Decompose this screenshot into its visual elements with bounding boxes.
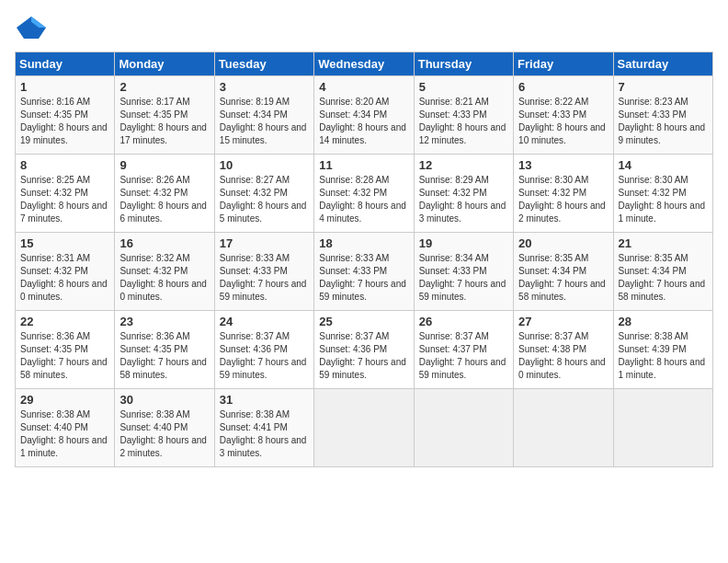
day-number: 27 <box>518 315 608 328</box>
week-row-1: 1Sunrise: 8:16 AMSunset: 4:35 PMDaylight… <box>16 76 713 155</box>
day-number: 4 <box>319 80 408 94</box>
calendar-cell: 23Sunrise: 8:36 AMSunset: 4:35 PMDayligh… <box>115 311 214 389</box>
day-number: 24 <box>220 315 309 328</box>
cell-info: Sunrise: 8:32 AMSunset: 4:32 PMDaylight:… <box>119 253 207 302</box>
weekday-header-thursday: Thursday <box>414 52 513 76</box>
day-number: 25 <box>319 315 408 328</box>
calendar-cell: 27Sunrise: 8:37 AMSunset: 4:38 PMDayligh… <box>514 311 613 389</box>
day-number: 8 <box>20 158 109 172</box>
calendar-cell: 17Sunrise: 8:33 AMSunset: 4:33 PMDayligh… <box>214 233 313 311</box>
calendar-cell: 29Sunrise: 8:38 AMSunset: 4:40 PMDayligh… <box>16 389 115 467</box>
cell-info: Sunrise: 8:19 AMSunset: 4:34 PMDaylight:… <box>220 97 307 145</box>
day-number: 10 <box>220 158 309 172</box>
cell-info: Sunrise: 8:29 AMSunset: 4:32 PMDaylight:… <box>419 175 506 224</box>
day-number: 30 <box>119 393 209 407</box>
calendar-cell: 3Sunrise: 8:19 AMSunset: 4:34 PMDaylight… <box>214 76 313 155</box>
weekday-header-tuesday: Tuesday <box>214 52 313 76</box>
calendar-cell: 24Sunrise: 8:37 AMSunset: 4:36 PMDayligh… <box>214 311 313 389</box>
calendar-cell: 15Sunrise: 8:31 AMSunset: 4:32 PMDayligh… <box>16 233 115 311</box>
day-number: 26 <box>419 315 508 328</box>
cell-info: Sunrise: 8:28 AMSunset: 4:32 PMDaylight:… <box>319 175 406 224</box>
cell-info: Sunrise: 8:35 AMSunset: 4:34 PMDaylight:… <box>619 253 706 302</box>
cell-info: Sunrise: 8:26 AMSunset: 4:32 PMDaylight:… <box>119 175 207 224</box>
calendar-cell: 13Sunrise: 8:30 AMSunset: 4:32 PMDayligh… <box>514 155 613 233</box>
cell-info: Sunrise: 8:35 AMSunset: 4:34 PMDaylight:… <box>518 253 606 302</box>
calendar-cell: 4Sunrise: 8:20 AMSunset: 4:34 PMDaylight… <box>314 76 414 155</box>
calendar-cell: 12Sunrise: 8:29 AMSunset: 4:32 PMDayligh… <box>414 155 513 233</box>
week-row-2: 8Sunrise: 8:25 AMSunset: 4:32 PMDaylight… <box>16 155 713 233</box>
day-number: 18 <box>319 236 408 250</box>
cell-info: Sunrise: 8:31 AMSunset: 4:32 PMDaylight:… <box>20 253 108 302</box>
weekday-header-row: SundayMondayTuesdayWednesdayThursdayFrid… <box>16 52 713 76</box>
calendar-cell <box>613 389 712 467</box>
cell-info: Sunrise: 8:22 AMSunset: 4:33 PMDaylight:… <box>518 97 606 145</box>
cell-info: Sunrise: 8:23 AMSunset: 4:33 PMDaylight:… <box>619 97 706 145</box>
day-number: 9 <box>119 158 209 172</box>
day-number: 15 <box>20 236 109 250</box>
day-number: 29 <box>20 393 109 407</box>
logo <box>15 15 51 40</box>
day-number: 23 <box>119 315 209 328</box>
calendar-cell <box>514 389 613 467</box>
day-number: 12 <box>419 158 508 172</box>
calendar-cell: 2Sunrise: 8:17 AMSunset: 4:35 PMDaylight… <box>115 76 214 155</box>
day-number: 21 <box>619 236 708 250</box>
calendar-cell: 28Sunrise: 8:38 AMSunset: 4:39 PMDayligh… <box>613 311 712 389</box>
calendar-cell: 26Sunrise: 8:37 AMSunset: 4:37 PMDayligh… <box>414 311 513 389</box>
day-number: 28 <box>619 315 708 328</box>
header <box>15 15 713 40</box>
calendar-table: SundayMondayTuesdayWednesdayThursdayFrid… <box>15 52 713 467</box>
day-number: 6 <box>518 80 608 94</box>
weekday-header-sunday: Sunday <box>16 52 115 76</box>
calendar-cell: 1Sunrise: 8:16 AMSunset: 4:35 PMDaylight… <box>16 76 115 155</box>
cell-info: Sunrise: 8:34 AMSunset: 4:33 PMDaylight:… <box>419 253 506 302</box>
calendar-cell: 30Sunrise: 8:38 AMSunset: 4:40 PMDayligh… <box>115 389 214 467</box>
day-number: 11 <box>319 158 408 172</box>
calendar-cell: 19Sunrise: 8:34 AMSunset: 4:33 PMDayligh… <box>414 233 513 311</box>
calendar-cell: 25Sunrise: 8:37 AMSunset: 4:36 PMDayligh… <box>314 311 414 389</box>
day-number: 16 <box>119 236 209 250</box>
cell-info: Sunrise: 8:30 AMSunset: 4:32 PMDaylight:… <box>619 175 706 224</box>
cell-info: Sunrise: 8:38 AMSunset: 4:39 PMDaylight:… <box>619 331 706 380</box>
cell-info: Sunrise: 8:27 AMSunset: 4:32 PMDaylight:… <box>220 175 307 224</box>
calendar-cell: 6Sunrise: 8:22 AMSunset: 4:33 PMDaylight… <box>514 76 613 155</box>
calendar-cell: 31Sunrise: 8:38 AMSunset: 4:41 PMDayligh… <box>214 389 313 467</box>
cell-info: Sunrise: 8:38 AMSunset: 4:40 PMDaylight:… <box>20 409 108 458</box>
weekday-header-friday: Friday <box>514 52 613 76</box>
calendar-cell: 11Sunrise: 8:28 AMSunset: 4:32 PMDayligh… <box>314 155 414 233</box>
calendar-cell: 5Sunrise: 8:21 AMSunset: 4:33 PMDaylight… <box>414 76 513 155</box>
calendar-cell: 21Sunrise: 8:35 AMSunset: 4:34 PMDayligh… <box>613 233 712 311</box>
cell-info: Sunrise: 8:33 AMSunset: 4:33 PMDaylight:… <box>319 253 406 302</box>
day-number: 2 <box>119 80 209 94</box>
day-number: 20 <box>518 236 608 250</box>
day-number: 3 <box>220 80 309 94</box>
calendar-cell: 10Sunrise: 8:27 AMSunset: 4:32 PMDayligh… <box>214 155 313 233</box>
cell-info: Sunrise: 8:37 AMSunset: 4:36 PMDaylight:… <box>319 331 406 380</box>
day-number: 14 <box>619 158 708 172</box>
day-number: 19 <box>419 236 508 250</box>
day-number: 17 <box>220 236 309 250</box>
day-number: 1 <box>20 80 109 94</box>
cell-info: Sunrise: 8:30 AMSunset: 4:32 PMDaylight:… <box>518 175 606 224</box>
cell-info: Sunrise: 8:38 AMSunset: 4:40 PMDaylight:… <box>119 409 207 458</box>
week-row-5: 29Sunrise: 8:38 AMSunset: 4:40 PMDayligh… <box>16 389 713 467</box>
day-number: 7 <box>619 80 708 94</box>
calendar-cell <box>414 389 513 467</box>
calendar-cell <box>314 389 414 467</box>
calendar-cell: 9Sunrise: 8:26 AMSunset: 4:32 PMDaylight… <box>115 155 214 233</box>
calendar-cell: 14Sunrise: 8:30 AMSunset: 4:32 PMDayligh… <box>613 155 712 233</box>
weekday-header-saturday: Saturday <box>613 52 712 76</box>
day-number: 5 <box>419 80 508 94</box>
calendar-cell: 16Sunrise: 8:32 AMSunset: 4:32 PMDayligh… <box>115 233 214 311</box>
calendar-cell: 7Sunrise: 8:23 AMSunset: 4:33 PMDaylight… <box>613 76 712 155</box>
cell-info: Sunrise: 8:37 AMSunset: 4:37 PMDaylight:… <box>419 331 506 380</box>
cell-info: Sunrise: 8:25 AMSunset: 4:32 PMDaylight:… <box>20 175 108 224</box>
cell-info: Sunrise: 8:17 AMSunset: 4:35 PMDaylight:… <box>119 97 207 145</box>
cell-info: Sunrise: 8:33 AMSunset: 4:33 PMDaylight:… <box>220 253 307 302</box>
weekday-header-wednesday: Wednesday <box>314 52 414 76</box>
week-row-4: 22Sunrise: 8:36 AMSunset: 4:35 PMDayligh… <box>16 311 713 389</box>
cell-info: Sunrise: 8:20 AMSunset: 4:34 PMDaylight:… <box>319 97 406 145</box>
cell-info: Sunrise: 8:36 AMSunset: 4:35 PMDaylight:… <box>119 331 207 380</box>
day-number: 13 <box>518 158 608 172</box>
day-number: 31 <box>220 393 309 407</box>
